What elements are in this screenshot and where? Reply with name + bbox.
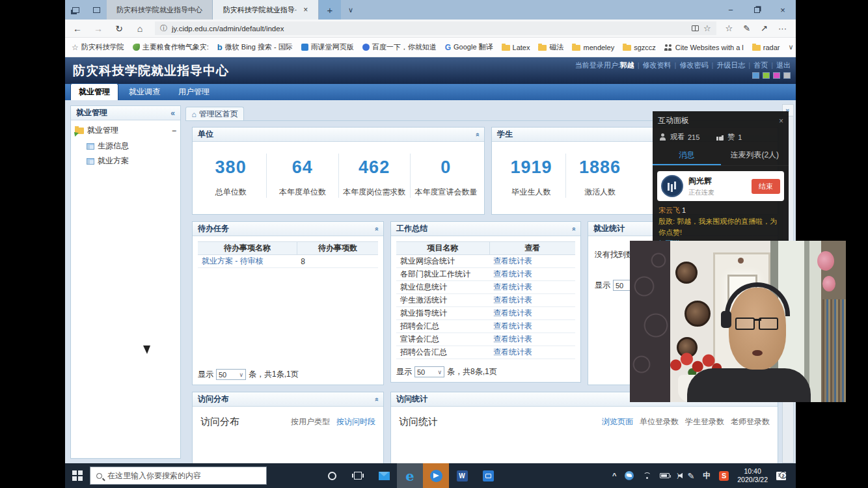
annotate-pen-icon[interactable]: ✎ [743,23,750,33]
theme-swatch-magenta[interactable] [773,72,780,79]
cortana-button[interactable] [319,463,345,488]
bookmark-item[interactable]: Latex [502,44,530,51]
url-field[interactable]: ⓘ jy.cidp.edu.cn/admin/default/index ☆ [155,21,716,35]
tab-close-icon[interactable]: × [303,5,308,14]
nav-tab-employment-survey[interactable]: 就业调查 [121,84,168,100]
sidebar-tree-root[interactable]: 就业管理 − [71,120,180,139]
minimize-button[interactable]: − [718,0,744,20]
theme-swatch-green[interactable] [763,72,770,79]
collapse-panel-icon[interactable]: » [372,226,380,230]
bookmark-item[interactable]: 主要粮食作物气象灾: [133,42,209,52]
bookmark-item[interactable]: mendeley [572,44,614,51]
restore-button[interactable] [744,0,770,20]
browser-tab-active[interactable]: 防灾科技学院就业指导· × [213,0,319,20]
bookmark-item[interactable]: sgzccz [623,44,656,51]
close-button[interactable]: × [770,0,796,20]
browser-tab-inactive[interactable]: 防灾科技学院就业指导中心 [107,0,213,20]
filter-unit-logins[interactable]: 单位登录数 [640,416,679,427]
volume-icon[interactable]: ) [678,472,679,479]
link-edit-profile[interactable]: 修改资料 [643,61,671,69]
view-stats-link[interactable]: 查看统计表 [493,269,532,278]
page-size-select[interactable]: 50∨ [216,369,246,380]
bookmark-item[interactable]: b微软 Bing 搜索 - 国际 [217,42,293,52]
tray-expand-icon[interactable]: ^ [612,472,616,480]
tab-preview-icon[interactable] [65,0,86,20]
panel-title: 就业统计 [593,223,625,234]
link-change-password[interactable]: 修改密码 [679,61,708,69]
link-logout[interactable]: 退出 [776,61,791,69]
tray-app-icon[interactable] [625,471,634,480]
ime-indicator[interactable]: 中 [703,470,711,481]
start-button[interactable] [65,463,90,488]
link-upgrade-log[interactable]: 升级日志 [716,61,745,69]
todo-link[interactable]: 就业方案 - 待审核 [202,256,264,265]
panel-work-summary: 工作总结» 项目名称查看 就业网综合统计查看统计表 各部门就业工作统计查看统计表… [390,221,581,383]
content-tab-admin-home[interactable]: ⌂ 管理区首页 [185,107,244,121]
link-home[interactable]: 首页 [753,61,768,69]
view-stats-link[interactable]: 查看统计表 [493,295,532,305]
nav-tab-user-mgmt[interactable]: 用户管理 [170,84,217,100]
favorite-star-icon[interactable]: ☆ [703,23,711,33]
tab-list-chevron-icon[interactable]: ∨ [341,0,360,20]
mail-app-button[interactable] [371,463,397,488]
tab-messages[interactable]: 消息 [653,146,721,165]
collapse-panel-icon[interactable]: » [569,226,577,230]
sidebar-item-employment-plan[interactable]: 就业方案 [71,154,180,169]
sidebar-item-source-info[interactable]: 生源信息 [71,139,180,154]
wifi-icon[interactable] [642,472,651,480]
view-stats-link[interactable]: 查看统计表 [493,321,532,331]
edge-app-button[interactable]: e [397,463,423,488]
bookmark-item[interactable]: 雨课堂网页版 [301,42,354,52]
word-app-button[interactable]: W [449,463,475,488]
filter-by-user-type[interactable]: 按用户类型 [291,416,330,427]
filter-teacher-logins[interactable]: 老师登录数 [731,416,770,427]
battery-icon[interactable] [660,473,670,478]
meeting-app-button[interactable] [475,463,501,488]
filter-student-logins[interactable]: 学生登录数 [685,416,724,427]
end-mic-button[interactable]: 结束 [752,179,780,194]
info-icon[interactable]: ⓘ [160,23,167,33]
favorites-hub-icon[interactable]: ☆ [726,23,733,33]
bookmark-item[interactable]: 百度一下，你就知道 [362,42,437,52]
url-text[interactable]: jy.cidp.edu.cn/admin/default/index [172,25,687,33]
forward-icon[interactable]: → [92,23,104,34]
tab-mic-list[interactable]: 连麦列表(2人) [721,146,789,165]
bookmark-item[interactable]: GGoogle 翻译 [445,42,493,52]
more-options-icon[interactable]: ··· [778,23,787,33]
view-stats-link[interactable]: 查看统计表 [493,308,532,318]
pen-icon[interactable]: ✎ [687,471,694,481]
tree-collapse-icon[interactable]: − [172,126,176,135]
sogou-icon[interactable]: S [719,471,729,481]
streaming-app-button[interactable] [423,463,449,488]
set-tabs-aside-icon[interactable] [86,0,107,20]
theme-swatch-gray[interactable] [783,72,791,79]
taskbar-clock[interactable]: 10:402020/3/22 [737,467,768,484]
bookmarks-overflow-icon[interactable]: ∨ [788,43,793,51]
close-icon[interactable]: × [779,116,783,126]
back-icon[interactable]: ← [72,23,83,34]
theme-swatch-blue[interactable] [752,72,759,79]
action-center-button[interactable]: 2 [776,470,791,481]
filter-page-views[interactable]: 浏览页面 [602,416,633,427]
view-stats-link[interactable]: 查看统计表 [493,256,532,265]
filter-by-time-period[interactable]: 按访问时段 [336,416,375,427]
sidebar-collapse-icon[interactable]: « [170,109,175,118]
bookmark-item[interactable]: radar [752,44,780,51]
task-view-button[interactable] [345,463,371,488]
taskbar-search[interactable]: 在这里输入你要搜索的内容 [90,467,267,485]
home-icon[interactable]: ⌂ [134,23,146,34]
view-stats-link[interactable]: 查看统计表 [493,334,532,344]
view-stats-link[interactable]: 查看统计表 [493,347,532,357]
view-stats-link[interactable]: 查看统计表 [493,282,532,291]
share-icon[interactable]: ↗ [761,23,768,33]
page-size-select[interactable]: 50∨ [414,366,444,377]
bookmark-item[interactable]: ☆防灾科技学院 [72,42,124,52]
nav-tab-employment-mgmt[interactable]: 就业管理 [70,83,118,100]
new-tab-button[interactable]: + [319,0,341,20]
reading-view-icon[interactable] [692,25,699,31]
collapse-panel-icon[interactable]: » [473,132,481,136]
refresh-icon[interactable]: ↻ [113,23,125,34]
bookmark-item[interactable]: 磁法 [538,42,563,52]
bookmark-item[interactable]: Cite Websites with a l [664,44,744,51]
collapse-panel-icon[interactable]: » [372,397,380,401]
